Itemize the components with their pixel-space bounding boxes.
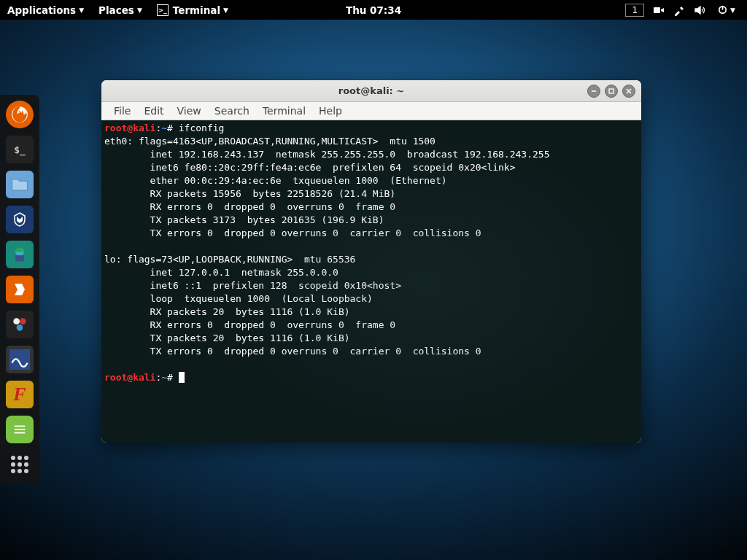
dock-show-apps[interactable]	[6, 451, 34, 478]
svg-point-6	[13, 318, 20, 324]
maximize-button[interactable]	[605, 85, 618, 98]
dock: $_ F	[0, 95, 39, 484]
menu-edit[interactable]: Edit	[137, 105, 170, 117]
menu-file[interactable]: File	[107, 105, 137, 117]
tools-icon[interactable]	[673, 4, 685, 16]
places-menu[interactable]: Places▼	[91, 0, 150, 20]
applications-menu[interactable]: Applications▼	[0, 0, 91, 20]
close-button[interactable]	[622, 85, 635, 98]
dock-faraday[interactable]: F	[6, 381, 34, 408]
menu-view[interactable]: View	[171, 105, 208, 117]
terminal-app-menu[interactable]: >_ Terminal▼	[150, 0, 236, 20]
svg-rect-0	[654, 7, 660, 13]
svg-point-7	[20, 318, 26, 324]
video-icon[interactable]	[653, 4, 665, 16]
svg-point-8	[17, 324, 23, 331]
dock-wireshark[interactable]	[6, 346, 34, 373]
menubar: File Edit View Search Terminal Help	[101, 102, 641, 120]
power-menu[interactable]: ▼	[714, 0, 738, 20]
volume-icon[interactable]	[694, 4, 705, 16]
terminal-body[interactable]: root@kali:~# ifconfig eth0: flags=4163<U…	[101, 120, 641, 443]
top-panel: Applications▼ Places▼ >_ Terminal▼ Thu 0…	[0, 0, 747, 20]
dock-notes[interactable]	[6, 416, 34, 443]
titlebar[interactable]: root@kali: ~	[101, 80, 641, 102]
dock-metasploit[interactable]	[6, 206, 34, 233]
workspace-indicator[interactable]: 1	[625, 4, 644, 17]
svg-rect-5	[15, 255, 24, 261]
dock-armitage[interactable]	[6, 241, 34, 268]
menu-help[interactable]: Help	[312, 105, 349, 117]
minimize-button[interactable]	[587, 85, 600, 98]
svg-rect-9	[9, 349, 30, 370]
terminal-window: root@kali: ~ File Edit View Search Termi…	[101, 80, 641, 443]
menu-search[interactable]: Search	[208, 105, 256, 117]
dock-terminal[interactable]: $_	[6, 136, 34, 163]
svg-rect-14	[609, 89, 614, 93]
window-title: root@kali: ~	[338, 85, 404, 96]
dock-firefox[interactable]	[6, 101, 34, 128]
terminal-icon: >_	[157, 4, 169, 16]
clock[interactable]: Thu 07:34	[346, 4, 401, 16]
dock-burp[interactable]	[6, 276, 34, 303]
dock-zenmap[interactable]	[6, 311, 34, 338]
dock-files[interactable]	[6, 171, 34, 198]
menu-terminal[interactable]: Terminal	[256, 105, 312, 117]
